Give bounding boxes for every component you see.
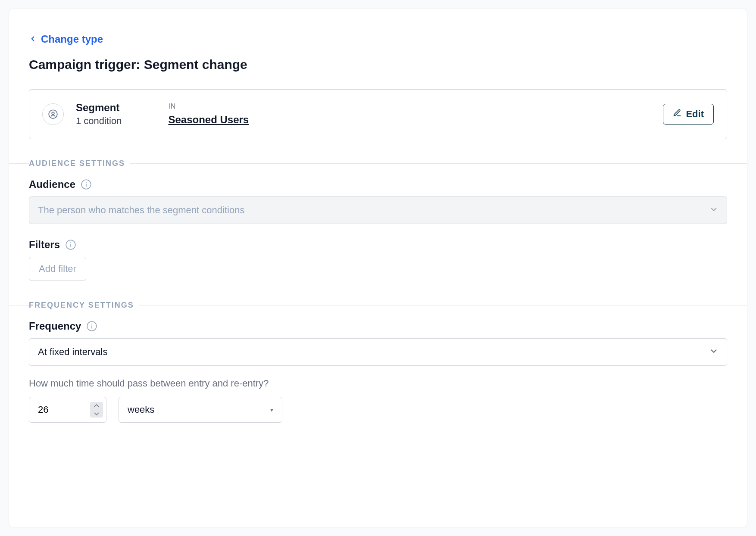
audience-section-divider: AUDIENCE SETTINGS xyxy=(9,163,747,164)
frequency-label-text: Frequency xyxy=(29,320,81,332)
chevron-down-icon xyxy=(709,205,719,216)
chevron-left-icon xyxy=(29,33,37,45)
audience-section-label: AUDIENCE SETTINGS xyxy=(29,159,130,168)
segment-icon xyxy=(42,103,64,125)
edit-button-label: Edit xyxy=(686,109,704,120)
frequency-select-value: At fixed intervals xyxy=(38,346,107,358)
step-up-icon[interactable] xyxy=(94,402,99,410)
trigger-condition-count: 1 condition xyxy=(76,115,122,127)
add-filter-button[interactable]: Add filter xyxy=(29,257,86,281)
svg-point-1 xyxy=(52,112,54,115)
pencil-icon xyxy=(673,109,681,120)
svg-point-7 xyxy=(70,242,71,243)
audience-field-label: Audience xyxy=(29,178,727,190)
frequency-select[interactable]: At fixed intervals xyxy=(29,338,727,366)
info-icon[interactable] xyxy=(86,321,97,332)
step-down-icon[interactable] xyxy=(94,410,99,418)
page-title: Campaign trigger: Segment change xyxy=(29,57,727,72)
filters-label-text: Filters xyxy=(29,239,60,251)
svg-point-4 xyxy=(86,182,87,183)
change-type-label: Change type xyxy=(41,33,103,45)
frequency-section-divider: FREQUENCY SETTINGS xyxy=(9,305,747,305)
settings-panel: Change type Campaign trigger: Segment ch… xyxy=(9,9,747,527)
edit-trigger-button[interactable]: Edit xyxy=(663,104,714,125)
info-icon[interactable] xyxy=(65,239,76,250)
audience-select-value: The person who matches the segment condi… xyxy=(38,205,244,216)
frequency-section-label: FREQUENCY SETTINGS xyxy=(29,301,139,310)
relation-label: IN xyxy=(168,103,249,110)
segment-name-link[interactable]: Seasoned Users xyxy=(168,114,249,126)
caret-down-icon: ▾ xyxy=(270,406,273,413)
interval-unit-select[interactable]: weeks ▾ xyxy=(119,397,282,423)
audience-select: The person who matches the segment condi… xyxy=(29,196,727,224)
chevron-down-icon xyxy=(709,346,719,358)
reentry-helper-text: How much time should pass between entry … xyxy=(29,378,727,389)
number-stepper[interactable] xyxy=(90,402,103,418)
info-icon[interactable] xyxy=(81,179,92,190)
change-type-link[interactable]: Change type xyxy=(29,33,103,45)
svg-point-10 xyxy=(92,324,93,324)
interval-unit-value: weeks xyxy=(128,404,154,415)
filters-field-label: Filters xyxy=(29,239,727,251)
trigger-title: Segment xyxy=(76,102,122,114)
frequency-field-label: Frequency xyxy=(29,320,727,332)
audience-label-text: Audience xyxy=(29,178,75,190)
trigger-summary-card: Segment 1 condition IN Seasoned Users Ed… xyxy=(29,89,727,139)
